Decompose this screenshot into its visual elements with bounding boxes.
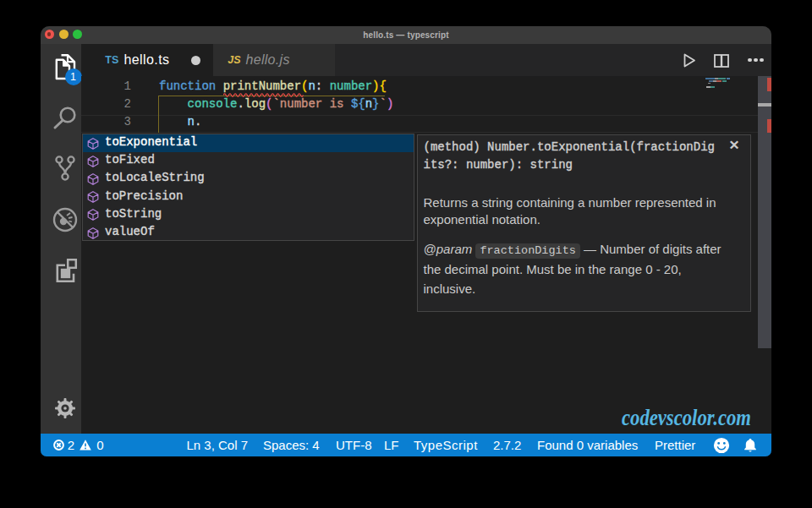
svg-text:codevscolor.com: codevscolor.com (622, 406, 751, 430)
